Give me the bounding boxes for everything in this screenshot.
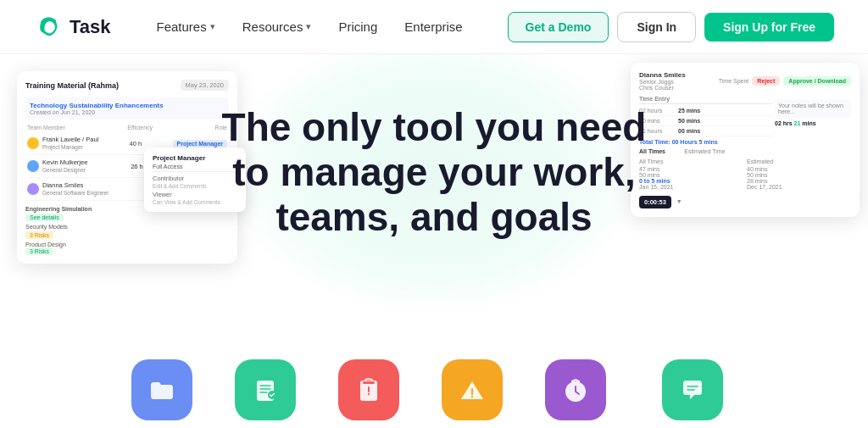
tasks-icon [250, 375, 281, 405]
feature-time[interactable]: Time [545, 359, 606, 428]
risks-icon-wrap [442, 359, 503, 420]
projects-icon-wrap [131, 359, 192, 420]
chat-icon [677, 375, 708, 405]
feature-collaboration[interactable]: Collaboration [648, 359, 736, 428]
logo-icon [34, 12, 64, 42]
collaboration-icon-wrap [662, 359, 723, 420]
folder-icon [147, 375, 177, 405]
nav-pricing[interactable]: Pricing [326, 13, 389, 41]
feature-issues[interactable]: Issues [338, 359, 399, 428]
nav-actions: Get a Demo Sign In Sign Up for Free [508, 12, 834, 42]
svg-point-11 [471, 396, 473, 397]
chevron-down-icon: ▾ [306, 21, 311, 32]
warning-icon [457, 375, 487, 405]
clock-icon [560, 375, 591, 405]
navbar: Task Features ▾ Resources ▾ Pricing Ente… [0, 0, 868, 54]
hero-content: The only tool you need to manage your wo… [205, 80, 664, 248]
issues-icon-wrap [338, 359, 399, 420]
sign-up-button[interactable]: Sign Up for Free [704, 13, 834, 42]
time-icon-wrap [545, 359, 606, 420]
screenshot-right: Dianna Smiles Senior Joggs Chris Couser … [631, 63, 860, 217]
get-demo-button[interactable]: Get a Demo [508, 12, 609, 42]
issues-icon [353, 375, 384, 405]
hero-section: Training Material (Rahma) May 23, 2020 T… [0, 54, 868, 334]
nav-features[interactable]: Features ▾ [145, 13, 227, 41]
sign-in-button[interactable]: Sign In [617, 12, 696, 42]
svg-rect-7 [363, 381, 375, 384]
svg-point-9 [368, 393, 370, 395]
feature-risks[interactable]: Risks [442, 359, 503, 428]
logo-text: Task [70, 16, 111, 38]
nav-links: Features ▾ Resources ▾ Pricing Enterpris… [145, 13, 508, 41]
feature-tasks[interactable]: Tasks [235, 359, 296, 428]
chevron-down-icon: ▾ [210, 21, 215, 32]
nav-enterprise[interactable]: Enterprise [392, 13, 474, 41]
tasks-icon-wrap [235, 359, 296, 420]
hero-title: The only tool you need to manage your wo… [222, 105, 647, 240]
features-row: Projects Tasks Issues [0, 334, 868, 428]
nav-resources[interactable]: Resources ▾ [231, 13, 324, 41]
logo[interactable]: Task [34, 12, 111, 42]
feature-projects[interactable]: Projects [131, 359, 192, 428]
